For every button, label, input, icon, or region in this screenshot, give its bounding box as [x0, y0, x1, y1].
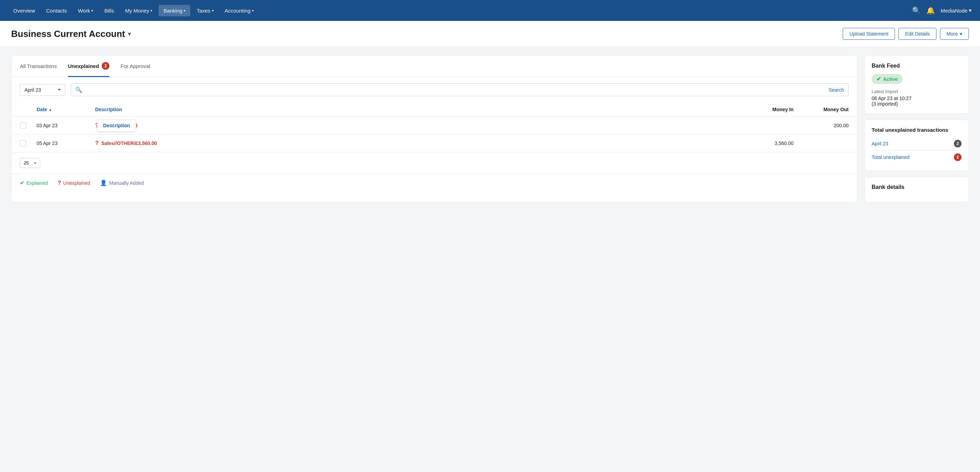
accounting-chevron-icon: ▾: [252, 9, 254, 13]
nav-item-contacts[interactable]: Contacts: [41, 5, 72, 16]
search-button[interactable]: Search: [829, 87, 844, 93]
latest-import-label: Latest Import: [872, 89, 961, 94]
active-badge: ✔ Active: [872, 74, 903, 84]
legend-unexplained: ? Unexplained: [58, 180, 91, 186]
top-nav: Overview Contacts Work ▾ Bills My Money …: [0, 0, 980, 21]
mymoney-chevron-icon: ▾: [151, 9, 152, 13]
search-box: 🔍 Search: [71, 83, 849, 96]
sort-arrow-icon: ▲: [48, 108, 52, 112]
manual-label: Manually Added: [109, 180, 144, 186]
april-23-link[interactable]: April 23: [872, 141, 888, 147]
desc-tooltip-1: Description OTHER/£200.00: [102, 122, 138, 129]
money-in-col-header: Money In: [741, 107, 794, 112]
main-content: All Transactions Unexplained 2 For Appro…: [0, 47, 980, 211]
active-dot-icon: ✔: [877, 76, 881, 82]
money-out-col-header: Money Out: [796, 107, 849, 112]
table-header: Date ▲ Description Money In Money Out: [11, 102, 857, 117]
table-row: 03 Apr 23 ? Description OTHER/£200.00 20…: [11, 117, 857, 135]
unexplained-label: Unexplained: [63, 180, 90, 186]
row-money-out-1: 200.00: [796, 123, 849, 128]
banking-chevron-icon: ▾: [184, 9, 185, 13]
header-actions: Upload Statement Edit Details More ▾: [843, 28, 969, 40]
bank-feed-title: Bank Feed: [872, 63, 961, 69]
checkbox-col-header: [20, 107, 34, 112]
more-chevron-icon: ▾: [960, 31, 962, 37]
nav-item-bills[interactable]: Bills: [99, 5, 119, 16]
taxes-chevron-icon: ▾: [212, 9, 214, 13]
row-desc-link-1[interactable]: OTHER/£200.00: [102, 123, 138, 128]
bank-details-card: Bank details: [864, 177, 969, 203]
question-mark-icon: ?: [58, 180, 61, 186]
table-row: 05 Apr 23 ? Sales//OTHER/£3,560.00 3,560…: [11, 135, 857, 152]
bank-feed-card: Bank Feed ✔ Active Latest Import 06 Apr …: [864, 56, 969, 114]
row-desc-cell-1: ? Description OTHER/£200.00: [95, 122, 738, 129]
nav-item-accounting[interactable]: Accounting ▾: [220, 5, 259, 16]
bank-details-title: Bank details: [872, 184, 961, 190]
row-date-1: 03 Apr 23: [37, 123, 92, 128]
unexplained-badge: 2: [102, 62, 110, 70]
nav-item-mymoney[interactable]: My Money ▾: [120, 5, 157, 16]
legend-explained: ✔ Explained: [20, 180, 48, 186]
total-unexplained-title: Total unexplained transactions: [872, 127, 961, 133]
work-chevron-icon: ▾: [91, 9, 93, 13]
nav-items: Overview Contacts Work ▾ Bills My Money …: [8, 5, 912, 16]
tabs-bar: All Transactions Unexplained 2 For Appro…: [11, 56, 857, 77]
edit-details-button[interactable]: Edit Details: [899, 28, 936, 40]
row-desc-cell-2: ? Sales//OTHER/£3,560.00: [95, 140, 738, 147]
per-page-select[interactable]: 25 50 100: [20, 158, 40, 168]
row-money-in-2: 3,560.00: [741, 140, 794, 146]
person-icon: 👤: [100, 180, 107, 186]
unexplained-icon-1: ?: [95, 122, 99, 129]
row-desc-link-2[interactable]: Sales//OTHER/£3,560.00: [102, 140, 157, 146]
total-unexplained-badge: 2: [954, 153, 961, 161]
date-col-header[interactable]: Date ▲: [37, 107, 92, 112]
legend: ✔ Explained ? Unexplained 👤 Manually Add…: [11, 174, 857, 192]
notification-icon[interactable]: 🔔: [926, 6, 935, 14]
unexplained-icon-2: ?: [95, 140, 99, 147]
left-panel: All Transactions Unexplained 2 For Appro…: [11, 56, 858, 203]
total-unexplained-card: Total unexplained transactions April 23 …: [864, 120, 969, 171]
date-filter-select[interactable]: April 23 March 23 February 23 January 23: [20, 84, 65, 96]
page-title[interactable]: Business Current Account ▾: [11, 29, 131, 39]
user-chevron-icon: ▾: [969, 7, 972, 14]
tab-for-approval[interactable]: For Approval: [121, 57, 150, 77]
page-header: Business Current Account ▾ Upload Statem…: [0, 21, 980, 47]
upload-statement-button[interactable]: Upload Statement: [843, 28, 895, 40]
filter-row: April 23 March 23 February 23 January 23…: [11, 77, 857, 102]
explained-icon: ✔: [20, 180, 24, 186]
april-badge: 2: [954, 140, 961, 147]
pagination-row: 25 50 100: [11, 152, 857, 174]
nav-item-banking[interactable]: Banking ▾: [159, 5, 190, 16]
search-input[interactable]: [85, 87, 826, 93]
nav-item-overview[interactable]: Overview: [8, 5, 40, 16]
user-menu[interactable]: MediaNode ▾: [940, 7, 972, 14]
tab-unexplained[interactable]: Unexplained 2: [68, 56, 110, 77]
nav-right: 🔍 🔔 MediaNode ▾: [912, 6, 972, 14]
latest-import-value: 06 Apr 23 at 10:27(3 imported): [872, 96, 961, 107]
row-date-2: 05 Apr 23: [37, 140, 92, 146]
nav-item-taxes[interactable]: Taxes ▾: [192, 5, 218, 16]
search-magnifier-icon: 🔍: [75, 86, 82, 93]
total-unexplained-row: Total unexplained 2: [872, 151, 961, 164]
right-panel: Bank Feed ✔ Active Latest Import 06 Apr …: [864, 56, 969, 203]
explained-label: Explained: [27, 180, 48, 186]
legend-manual: 👤 Manually Added: [100, 180, 144, 186]
page-title-chevron-icon: ▾: [128, 31, 131, 37]
row-checkbox-1[interactable]: [20, 122, 26, 129]
search-icon[interactable]: 🔍: [912, 6, 921, 14]
description-col-header[interactable]: Description: [95, 107, 738, 112]
unexplained-row-april: April 23 2: [872, 137, 961, 151]
more-button[interactable]: More ▾: [940, 28, 969, 40]
tab-all-transactions[interactable]: All Transactions: [20, 57, 57, 77]
row-checkbox-2[interactable]: [20, 140, 26, 147]
nav-item-work[interactable]: Work ▾: [73, 5, 98, 16]
total-unexplained-link[interactable]: Total unexplained: [872, 155, 910, 160]
